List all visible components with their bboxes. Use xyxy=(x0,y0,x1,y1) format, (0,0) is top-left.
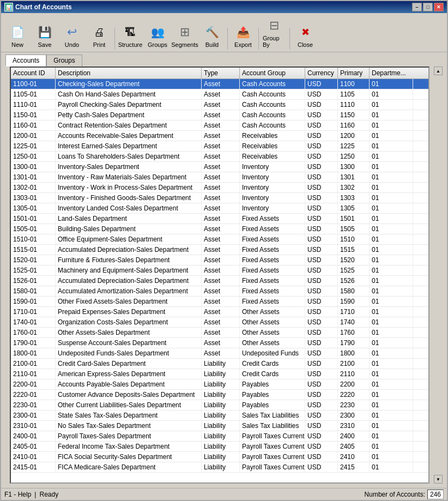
table-row[interactable]: 1305-01 Inventory Landed Cost-Sales Depa… xyxy=(11,203,428,214)
table-row[interactable]: 1100-01 Checking-Sales Department Asset … xyxy=(11,79,428,89)
scroll-right-down[interactable]: ▼ xyxy=(434,475,443,484)
close-button[interactable]: Close xyxy=(292,22,318,50)
segments-button[interactable]: Segments xyxy=(172,22,198,50)
cell-currency: USD xyxy=(305,234,338,244)
table-row[interactable]: 1510-01 Office Equipment-Sales Departmen… xyxy=(11,234,428,245)
export-button[interactable]: Export xyxy=(230,22,256,50)
tab-accounts[interactable]: Accounts xyxy=(5,55,46,67)
cell-id: 1301-01 xyxy=(11,172,56,182)
cell-type: Liability xyxy=(202,359,240,369)
col-header-primary[interactable]: Primary xyxy=(338,68,370,79)
help-text[interactable]: F1 - Help xyxy=(4,491,31,498)
table-row[interactable]: 2400-01 Payroll Taxes-Sales Department L… xyxy=(11,431,428,442)
table-row[interactable]: 1110-01 Payroll Checking-Sales Departmen… xyxy=(11,100,428,110)
cell-desc: Checking-Sales Department xyxy=(56,79,202,89)
col-header-group[interactable]: Account Group xyxy=(240,68,305,79)
table-row[interactable]: 1300-01 Inventory-Sales Department Asset… xyxy=(11,162,428,172)
cell-desc: Inventory - Finished Goods-Sales Departm… xyxy=(56,193,202,203)
table-row[interactable]: 1303-01 Inventory - Finished Goods-Sales… xyxy=(11,193,428,203)
cell-dept: 01 xyxy=(370,348,413,358)
table-row[interactable]: 1800-01 Undeposited Funds-Sales Departme… xyxy=(11,348,428,359)
col-header-desc[interactable]: Description xyxy=(56,68,202,79)
table-row[interactable]: 1160-01 Contract Retention-Sales Departm… xyxy=(11,120,428,131)
status-left: F1 - Help | Ready xyxy=(4,491,58,498)
cell-group: Fixed Assets xyxy=(240,224,305,234)
table-row[interactable]: 2200-01 Accounts Payable-Sales Departmen… xyxy=(11,379,428,390)
undo-button[interactable]: Undo xyxy=(59,22,85,50)
table-row[interactable]: 1515-01 Accumulated Depreciation-Sales D… xyxy=(11,245,428,255)
cell-type: Asset xyxy=(202,348,240,358)
maximize-button[interactable]: □ xyxy=(423,3,433,11)
table-row[interactable]: 2220-01 Customer Advance Deposits-Sales … xyxy=(11,390,428,400)
cell-id: 1302-01 xyxy=(11,183,56,192)
scroll-right-up[interactable]: ▲ xyxy=(434,67,443,75)
table-row[interactable]: 1505-01 Building-Sales Department Asset … xyxy=(11,224,428,234)
cell-currency: USD xyxy=(305,100,338,110)
cell-primary: 1302 xyxy=(338,183,370,192)
table-row[interactable]: 2310-01 No Sales Tax-Sales Department Li… xyxy=(11,421,428,431)
cell-desc: Accounts Receivable-Sales Department xyxy=(56,131,202,141)
table-row[interactable]: 1740-01 Organization Costs-Sales Departm… xyxy=(11,317,428,328)
table-row[interactable]: 1520-01 Furniture & Fixtures-Sales Depar… xyxy=(11,255,428,265)
table-row[interactable]: 1301-01 Inventory - Raw Materials-Sales … xyxy=(11,172,428,183)
table-row[interactable]: 1525-01 Machinery and Equipment-Sales De… xyxy=(11,265,428,276)
cell-dept: 01 xyxy=(370,390,413,400)
table-row[interactable]: 2110-01 American Express-Sales Departmen… xyxy=(11,369,428,379)
table-row[interactable]: 1580-01 Accumulated Amortization-Sales D… xyxy=(11,286,428,297)
new-button[interactable]: New xyxy=(4,22,31,50)
col-header-dept[interactable]: Departme... xyxy=(370,68,413,79)
table-row[interactable]: 1250-01 Loans To Shareholders-Sales Depa… xyxy=(11,152,428,162)
cell-dept: 01 xyxy=(370,431,413,441)
cell-dept: 01 xyxy=(370,89,413,99)
col-header-id[interactable]: Account ID xyxy=(11,68,56,79)
cell-dept: 01 xyxy=(370,255,413,265)
cell-type: Asset xyxy=(202,110,240,120)
tab-groups[interactable]: Groups xyxy=(46,55,82,67)
undo-label: Undo xyxy=(65,41,79,48)
build-button[interactable]: Build xyxy=(199,22,225,50)
table-row[interactable]: 1200-01 Accounts Receivable-Sales Depart… xyxy=(11,131,428,141)
table-row[interactable]: 2300-01 State Sales Tax-Sales Department… xyxy=(11,411,428,421)
cell-dept: 01 xyxy=(370,79,413,89)
table-row[interactable]: 1760-01 Other Assets-Sales Department As… xyxy=(11,328,428,338)
cell-primary: 1300 xyxy=(338,162,370,172)
cell-desc: Furniture & Fixtures-Sales Department xyxy=(56,255,202,265)
table-row[interactable]: 1302-01 Inventory - Work in Process-Sale… xyxy=(11,183,428,193)
close-window-button[interactable]: ✕ xyxy=(434,3,444,11)
minimize-button[interactable]: – xyxy=(412,3,422,11)
table-row[interactable]: 1710-01 Prepaid Expenses-Sales Departmen… xyxy=(11,307,428,317)
cell-primary: 1515 xyxy=(338,245,370,255)
groupby-button[interactable]: Group By xyxy=(261,15,287,50)
cell-dept: 01 xyxy=(370,369,413,379)
print-button[interactable]: Print xyxy=(86,22,112,50)
table-row[interactable]: 1501-01 Land-Sales Department Asset Fixe… xyxy=(11,214,428,224)
cell-id: 1515-01 xyxy=(11,245,56,255)
cell-desc: Inventory Landed Cost-Sales Department xyxy=(56,203,202,213)
col-header-currency[interactable]: Currency xyxy=(305,68,338,79)
table-row[interactable]: 1526-01 Accumulated Depreciation-Sales D… xyxy=(11,276,428,286)
structure-button[interactable]: Structure xyxy=(117,22,143,50)
cell-desc: Inventory - Raw Materials-Sales Departme… xyxy=(56,172,202,182)
cell-currency: USD xyxy=(305,421,338,431)
cell-dept: 01 xyxy=(370,214,413,224)
table-row[interactable]: 2410-01 FICA Social Security-Sales Depar… xyxy=(11,452,428,462)
table-row[interactable]: 2100-01 Credit Card-Sales Department Lia… xyxy=(11,359,428,369)
cell-primary: 1250 xyxy=(338,152,370,161)
save-button[interactable]: Save xyxy=(32,22,58,50)
close-label: Close xyxy=(298,41,313,48)
table-body[interactable]: 1100-01 Checking-Sales Department Asset … xyxy=(11,79,428,482)
table-row[interactable]: 1790-01 Suspense Account-Sales Departmen… xyxy=(11,338,428,348)
col-header-type[interactable]: Type xyxy=(202,68,240,79)
cell-primary: 1501 xyxy=(338,214,370,224)
table-row[interactable]: 2230-01 Other Current Liabilities-Sales … xyxy=(11,400,428,411)
cell-primary: 2400 xyxy=(338,431,370,441)
table-row[interactable]: 2405-01 Federal Income Tax-Sales Departm… xyxy=(11,442,428,452)
table-row[interactable]: 1105-01 Cash On Hand-Sales Department As… xyxy=(11,89,428,100)
table-row[interactable]: 2415-01 FICA Medicare-Sales Department L… xyxy=(11,462,428,473)
table-row[interactable]: 1225-01 Interest Earned-Sales Department… xyxy=(11,141,428,152)
table-row[interactable]: 1150-01 Petty Cash-Sales Department Asse… xyxy=(11,110,428,120)
groups-button[interactable]: Groups xyxy=(144,22,171,50)
cell-type: Asset xyxy=(202,131,240,141)
table-row[interactable]: 1590-01 Other Fixed Assets-Sales Departm… xyxy=(11,297,428,307)
toolbar-separator-2 xyxy=(227,28,228,50)
